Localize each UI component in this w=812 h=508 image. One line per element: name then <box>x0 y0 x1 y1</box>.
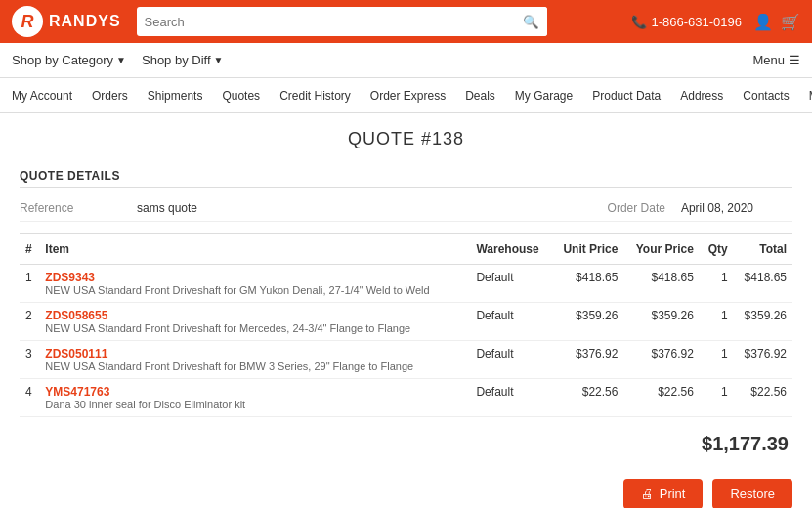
row-item: YMS471763 Dana 30 inner seal for Disco E… <box>39 379 470 417</box>
nav-my-garage[interactable]: My Garage <box>515 89 573 103</box>
col-num: # <box>20 234 39 265</box>
items-table: # Item Warehouse Unit Price Your Price Q… <box>20 233 792 417</box>
row-total: $376.92 <box>734 341 792 379</box>
menu-icon: ☰ <box>789 53 800 67</box>
col-total: Total <box>734 234 792 265</box>
row-unit-price: $22.56 <box>551 379 623 417</box>
row-total: $22.56 <box>734 379 792 417</box>
row-num: 4 <box>20 379 39 417</box>
nav-product-data[interactable]: Product Data <box>592 89 661 103</box>
nav-my-account[interactable]: My Account <box>12 89 72 103</box>
main-content: QUOTE #138 QUOTE DETAILS Reference sams … <box>0 113 812 508</box>
row-num: 3 <box>20 341 39 379</box>
search-input[interactable] <box>137 15 515 29</box>
item-desc: NEW USA Standard Front Driveshaft for BM… <box>45 360 464 372</box>
col-warehouse: Warehouse <box>470 234 551 265</box>
row-qty: 1 <box>700 303 734 341</box>
nav-deals[interactable]: Deals <box>465 89 495 103</box>
nav-contacts[interactable]: Contacts <box>743 89 789 103</box>
row-your-price: $22.56 <box>623 379 699 417</box>
row-your-price: $376.92 <box>623 341 699 379</box>
nav-my-cards[interactable]: My Cards <box>809 89 812 103</box>
logo-circle: R <box>12 6 43 37</box>
row-unit-price: $359.26 <box>551 303 623 341</box>
nav-order-express[interactable]: Order Express <box>370 89 446 103</box>
item-code[interactable]: ZDS9343 <box>45 271 464 284</box>
row-unit-price: $418.65 <box>551 265 623 303</box>
logo-r-icon: R <box>21 12 34 32</box>
reference-label: Reference <box>20 201 137 215</box>
menu-label: Menu <box>752 53 785 67</box>
diff-arrow-icon: ▼ <box>214 55 224 65</box>
quote-title: QUOTE #138 <box>20 129 792 149</box>
bottom-actions: 🖨 Print Restore <box>20 479 792 508</box>
row-item: ZDS058655 NEW USA Standard Front Drivesh… <box>39 303 470 341</box>
print-button[interactable]: 🖨 Print <box>623 479 704 508</box>
table-row: 3 ZDS050111 NEW USA Standard Front Drive… <box>20 341 792 379</box>
item-code[interactable]: ZDS058655 <box>45 309 464 322</box>
print-label: Print <box>660 487 686 501</box>
nav-address[interactable]: Address <box>680 89 723 103</box>
restore-label: Restore <box>730 487 775 501</box>
cart-icon[interactable]: 🛒 <box>781 13 800 31</box>
phone-number: 1-866-631-0196 <box>651 15 742 29</box>
quote-info-row: Reference sams quote Order Date April 08… <box>20 195 792 222</box>
table-row: 4 YMS471763 Dana 30 inner seal for Disco… <box>20 379 792 417</box>
item-desc: NEW USA Standard Front Driveshaft for Me… <box>45 322 464 334</box>
row-warehouse: Default <box>470 303 551 341</box>
total-amount: $1,177.39 <box>702 433 789 454</box>
row-unit-price: $376.92 <box>551 341 623 379</box>
table-row: 2 ZDS058655 NEW USA Standard Front Drive… <box>20 303 792 341</box>
row-warehouse: Default <box>470 265 551 303</box>
brand-name: RANDYS <box>49 13 121 30</box>
row-qty: 1 <box>700 341 734 379</box>
row-total: $418.65 <box>734 265 792 303</box>
item-code[interactable]: YMS471763 <box>45 385 464 399</box>
secondary-nav: My Account Orders Shipments Quotes Credi… <box>0 78 812 113</box>
top-nav: Shop by Category ▼ Shop by Diff ▼ Menu ☰ <box>0 43 812 78</box>
col-qty: Qty <box>700 234 734 265</box>
nav-orders[interactable]: Orders <box>92 89 128 103</box>
table-row: 1 ZDS9343 NEW USA Standard Front Drivesh… <box>20 265 792 303</box>
header-icons: 👤 🛒 <box>753 13 800 31</box>
nav-quotes[interactable]: Quotes <box>222 89 260 103</box>
grand-total: $1,177.39 <box>20 433 792 455</box>
shop-by-diff-label: Shop by Diff <box>142 53 211 67</box>
menu-button[interactable]: Menu ☰ <box>752 53 800 67</box>
col-your-price: Your Price <box>623 234 699 265</box>
row-qty: 1 <box>700 379 734 417</box>
row-num: 1 <box>20 265 39 303</box>
row-your-price: $359.26 <box>623 303 699 341</box>
shop-by-category[interactable]: Shop by Category ▼ <box>12 53 126 67</box>
row-your-price: $418.65 <box>623 265 699 303</box>
phone-link[interactable]: 📞 1-866-631-0196 <box>631 15 742 29</box>
item-desc: Dana 30 inner seal for Disco Eliminator … <box>45 399 464 410</box>
print-icon: 🖨 <box>641 487 654 501</box>
row-item: ZDS9343 NEW USA Standard Front Driveshaf… <box>39 265 470 303</box>
restore-button[interactable]: Restore <box>712 479 792 508</box>
item-code[interactable]: ZDS050111 <box>45 347 464 360</box>
top-header: R RANDYS 🔍 📞 1-866-631-0196 👤 🛒 <box>0 0 812 43</box>
phone-icon: 📞 <box>631 15 647 29</box>
nav-credit-history[interactable]: Credit History <box>279 89 351 103</box>
header-right: 📞 1-866-631-0196 👤 🛒 <box>631 13 800 31</box>
item-desc: NEW USA Standard Front Driveshaft for GM… <box>45 284 464 296</box>
row-qty: 1 <box>700 265 734 303</box>
col-item: Item <box>39 234 470 265</box>
order-date-label: Order Date <box>608 201 665 215</box>
reference-value: sams quote <box>137 201 197 215</box>
quote-details-header: QUOTE DETAILS <box>20 169 792 188</box>
row-item: ZDS050111 NEW USA Standard Front Drivesh… <box>39 341 470 379</box>
row-warehouse: Default <box>470 341 551 379</box>
row-warehouse: Default <box>470 379 551 417</box>
logo[interactable]: R RANDYS <box>12 6 121 37</box>
category-arrow-icon: ▼ <box>116 55 126 65</box>
nav-shipments[interactable]: Shipments <box>148 89 203 103</box>
table-header-row: # Item Warehouse Unit Price Your Price Q… <box>20 234 792 265</box>
order-date-value: April 08, 2020 <box>681 201 753 215</box>
search-button[interactable]: 🔍 <box>515 7 547 36</box>
shop-by-diff[interactable]: Shop by Diff ▼ <box>142 53 224 67</box>
search-bar: 🔍 <box>137 7 547 36</box>
row-total: $359.26 <box>734 303 792 341</box>
account-icon[interactable]: 👤 <box>753 13 773 31</box>
